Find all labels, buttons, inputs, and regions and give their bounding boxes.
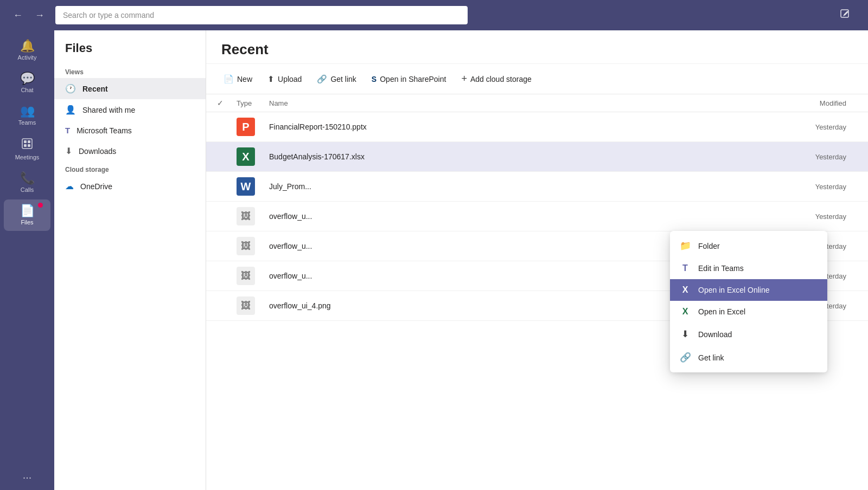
file-name: July_Prom... (269, 182, 760, 191)
msteams-icon: T (65, 126, 70, 135)
main-content: Recent 📄 New ⬆ Upload 🔗 Get link S Open … (206, 30, 868, 490)
excel-online-icon: X (680, 285, 691, 295)
sidebar: Files Views 🕐 Recent 👤 Shared with me T … (54, 30, 206, 490)
file-type-icon-cell: 🖼 (237, 207, 269, 225)
file-type-icon-cell: 🖼 (237, 296, 269, 315)
sidebar-item-teams[interactable]: 👥 Teams (4, 100, 50, 131)
calls-icon: 📞 (20, 172, 35, 184)
svg-rect-4 (24, 144, 27, 147)
upload-icon: ⬆ (267, 74, 275, 84)
table-row[interactable]: P FinancialReport-150210.pptx Yesterday (206, 112, 868, 142)
svg-rect-1 (22, 139, 32, 149)
img-icon: 🖼 (237, 296, 255, 315)
table-row[interactable]: 🖼 overflow_u... Yesterday (206, 202, 868, 231)
ctx-get-link[interactable]: 🔗 Get link (670, 346, 827, 369)
sidebar-title: Files (54, 41, 206, 64)
toolbar: 📄 New ⬆ Upload 🔗 Get link S Open in Shar… (206, 64, 868, 94)
ctx-open-excel-label: Open in Excel (698, 307, 745, 316)
forward-button[interactable]: → (30, 8, 49, 23)
get-link-button[interactable]: 🔗 Get link (310, 70, 362, 88)
table-row[interactable]: X BudgetAnalysis-170617.xlsx Yesterday (206, 142, 868, 172)
context-menu: 📁 Folder T Edit in Teams X Open in Excel… (670, 231, 827, 372)
sidebar-item-activity[interactable]: 🔔 Activity (4, 35, 50, 66)
shared-icon: 👤 (65, 105, 76, 115)
files-icon: 📄 (20, 205, 35, 217)
sidebar-item-downloads[interactable]: ⬇ Downloads (54, 140, 206, 162)
ctx-get-link-label: Get link (698, 353, 724, 362)
ctx-open-excel[interactable]: X Open in Excel (670, 301, 827, 323)
sidebar-item-files[interactable]: 📄 Files (4, 199, 50, 231)
ctx-open-excel-online-label: Open in Excel Online (698, 286, 770, 294)
main-layout: 🔔 Activity 💬 Chat 👥 Teams Meetings 📞 Cal… (0, 30, 868, 490)
table-header: ✓ Type Name Modified (206, 94, 868, 112)
file-modified: Yesterday (760, 183, 857, 191)
file-name: BudgetAnalysis-170617.xlsx (269, 152, 760, 161)
cloud-label: Cloud storage (54, 162, 206, 176)
modified-col-header: Modified (760, 99, 857, 107)
ctx-folder-label: Folder (698, 242, 720, 250)
search-placeholder: Search or type a command (63, 11, 154, 20)
docx-icon: W (237, 177, 255, 196)
downloads-label: Downloads (79, 147, 116, 156)
file-type-icon-cell: 🖼 (237, 237, 269, 255)
ctx-download[interactable]: ⬇ Download (670, 323, 827, 346)
msteams-label: Microsoft Teams (76, 126, 132, 135)
add-cloud-icon: + (461, 73, 467, 85)
check-col-header: ✓ (217, 99, 237, 107)
sharepoint-icon: S (372, 75, 376, 83)
back-button[interactable]: ← (9, 8, 27, 23)
views-label: Views (54, 64, 206, 78)
sidebar-item-calls[interactable]: 📞 Calls (4, 167, 50, 198)
add-cloud-button[interactable]: + Add cloud storage (455, 69, 538, 88)
file-modified: Yesterday (760, 153, 857, 161)
page-title: Recent (206, 30, 868, 64)
edit-teams-icon: T (680, 263, 691, 273)
get-link-icon: 🔗 (317, 74, 327, 84)
ctx-edit-teams-label: Edit in Teams (698, 264, 744, 273)
file-modified: Yesterday (760, 123, 857, 131)
nav-arrows: ← → (9, 8, 49, 23)
upload-label: Upload (278, 75, 302, 83)
sidebar-item-shared[interactable]: 👤 Shared with me (54, 99, 206, 120)
file-modified: Yesterday (760, 212, 857, 221)
img-icon: 🖼 (237, 207, 255, 225)
sidebar-item-meetings[interactable]: Meetings (4, 132, 50, 166)
type-col-header: Type (237, 99, 269, 107)
downloads-icon: ⬇ (65, 146, 72, 156)
more-button[interactable]: ... (23, 469, 32, 481)
search-bar[interactable]: Search or type a command (55, 6, 468, 24)
table-row[interactable]: W July_Prom... Yesterday (206, 172, 868, 202)
ctx-download-label: Download (698, 330, 732, 339)
shared-label: Shared with me (82, 106, 135, 114)
compose-button[interactable] (835, 7, 855, 24)
recent-label: Recent (82, 85, 108, 93)
left-nav: 🔔 Activity 💬 Chat 👥 Teams Meetings 📞 Cal… (0, 30, 54, 490)
new-button[interactable]: 📄 New (217, 70, 259, 88)
sidebar-item-recent[interactable]: 🕐 Recent (54, 78, 206, 99)
excel-icon: X (680, 307, 691, 317)
onedrive-icon: ☁ (65, 181, 74, 191)
activity-icon: 🔔 (20, 40, 35, 52)
file-type-icon-cell: 🖼 (237, 267, 269, 285)
sidebar-item-msteams[interactable]: T Microsoft Teams (54, 120, 206, 140)
upload-button[interactable]: ⬆ Upload (261, 70, 308, 88)
svg-rect-3 (28, 140, 30, 143)
top-bar: ← → Search or type a command (0, 0, 868, 30)
sidebar-item-onedrive[interactable]: ☁ OneDrive (54, 176, 206, 197)
file-type-icon-cell: X (237, 147, 269, 166)
file-type-icon-cell: W (237, 177, 269, 196)
compose-icon (840, 9, 851, 20)
ctx-folder[interactable]: 📁 Folder (670, 234, 827, 257)
get-link-label: Get link (330, 75, 356, 83)
file-name: overflow_u... (269, 212, 760, 221)
meetings-icon (21, 138, 33, 152)
onedrive-label: OneDrive (80, 182, 112, 191)
sharepoint-button[interactable]: S Open in SharePoint (365, 71, 453, 87)
img-icon: 🖼 (237, 267, 255, 285)
svg-rect-5 (28, 144, 30, 147)
ctx-edit-teams[interactable]: T Edit in Teams (670, 257, 827, 279)
file-name: FinancialReport-150210.pptx (269, 122, 760, 131)
svg-rect-2 (24, 140, 27, 143)
ctx-open-excel-online[interactable]: X Open in Excel Online (670, 279, 827, 301)
sidebar-item-chat[interactable]: 💬 Chat (4, 67, 50, 99)
